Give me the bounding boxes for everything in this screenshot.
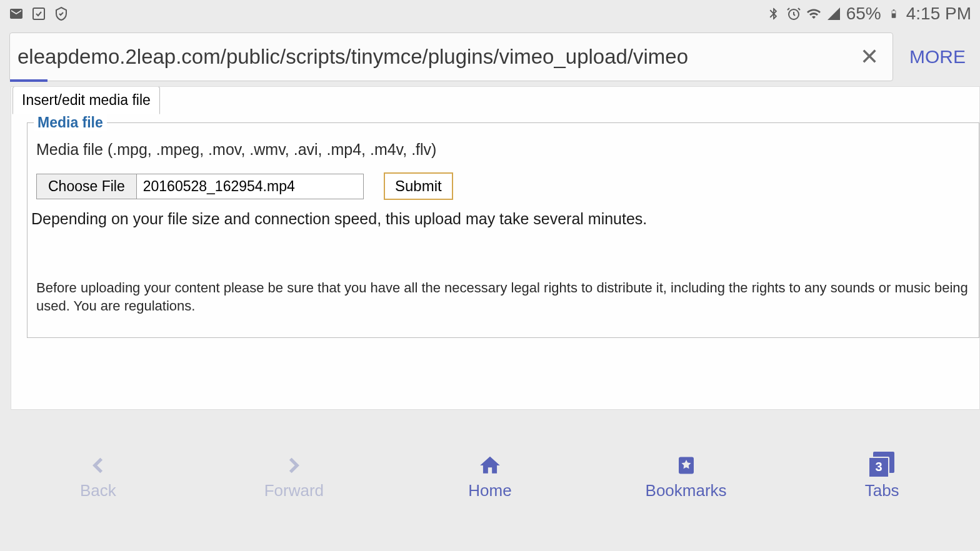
bookmark-star-icon <box>673 452 699 479</box>
home-icon <box>477 452 503 479</box>
fieldset-legend: Media file <box>34 114 107 131</box>
bluetooth-icon <box>766 6 781 21</box>
status-bar: 65% 4:15 PM <box>0 0 980 27</box>
legal-notice-text: Before uploading your content please be … <box>36 279 970 315</box>
nav-bookmarks-label: Bookmarks <box>646 481 727 500</box>
shield-icon <box>54 6 69 21</box>
clock-time: 4:15 PM <box>906 4 971 24</box>
address-bar-row: eleapdemo.2leap.com/public/scripts/tinym… <box>0 27 980 86</box>
close-icon[interactable]: ✕ <box>854 44 885 70</box>
more-button[interactable]: MORE <box>904 46 971 67</box>
nav-home-label: Home <box>468 481 511 500</box>
wifi-icon <box>806 6 821 21</box>
file-input-row: Choose File 20160528_162954.mp4 Submit <box>36 172 970 200</box>
media-file-fieldset: Media file Media file (.mpg, .mpeg, .mov… <box>27 122 979 338</box>
nav-back[interactable]: Back <box>0 452 196 500</box>
file-input[interactable]: Choose File 20160528_162954.mp4 <box>36 174 364 199</box>
tab-count: 3 <box>868 457 889 478</box>
status-left-icons <box>9 6 69 21</box>
nav-forward[interactable]: Forward <box>196 452 392 500</box>
status-right-icons: 65% 4:15 PM <box>766 4 971 24</box>
chevron-right-icon <box>281 452 307 479</box>
submit-button[interactable]: Submit <box>384 172 453 200</box>
nav-tabs-label: Tabs <box>865 481 899 500</box>
nav-bookmarks[interactable]: Bookmarks <box>588 452 784 500</box>
svg-rect-2 <box>892 11 895 13</box>
progress-indicator <box>10 79 48 82</box>
nav-home[interactable]: Home <box>392 452 588 500</box>
checkbox-icon <box>31 6 46 21</box>
gmail-icon <box>9 6 24 21</box>
nav-back-label: Back <box>80 481 116 500</box>
tabs-icon: 3 <box>869 452 895 479</box>
signal-icon <box>826 6 841 21</box>
browser-bottom-nav: Back Forward Home Bookmarks 3 Tabs <box>0 442 980 510</box>
file-types-label: Media file (.mpg, .mpeg, .mov, .wmv, .av… <box>36 141 970 159</box>
choose-file-button[interactable]: Choose File <box>37 174 137 199</box>
battery-icon <box>886 6 901 21</box>
battery-percent: 65% <box>846 4 881 24</box>
nav-tabs[interactable]: 3 Tabs <box>784 452 980 500</box>
svg-rect-0 <box>33 8 44 19</box>
address-bar[interactable]: eleapdemo.2leap.com/public/scripts/tinym… <box>9 32 893 81</box>
chevron-left-icon <box>85 452 111 479</box>
selected-file-name: 20160528_162954.mp4 <box>137 174 363 199</box>
nav-forward-label: Forward <box>264 481 324 500</box>
url-text: eleapdemo.2leap.com/public/scripts/tinym… <box>18 45 854 69</box>
alarm-icon <box>786 6 801 21</box>
upload-info-text: Depending on your file size and connecti… <box>31 210 970 228</box>
page-content: Insert/edit media file Media file Media … <box>11 86 980 410</box>
tab-insert-media[interactable]: Insert/edit media file <box>12 86 160 114</box>
